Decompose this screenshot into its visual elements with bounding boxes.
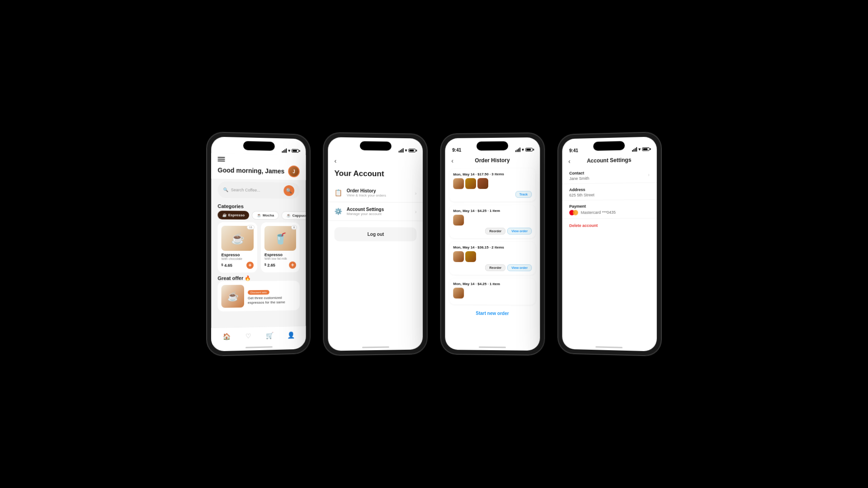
order-thumb-3a [453,251,464,262]
dynamic-island-4 [593,141,625,151]
start-new-order-btn[interactable]: Start new order [449,308,535,319]
product-price-2: $ 2.65 [264,263,275,267]
order-actions-2: Reorder View order [453,228,532,235]
settings-screen-title: Account Settings [587,157,631,164]
order-thumb-1c [477,178,488,189]
reorder-button-3[interactable]: Reorder [486,264,506,271]
wifi-icon-4: ▾ [638,147,641,151]
view-order-button-3[interactable]: View order [507,264,532,271]
order-images-3 [453,251,532,262]
account-settings-sublabel: Manage your account [347,212,410,216]
battery-icon-3 [525,148,533,151]
phone2-wrapper: ▾ ‹ Your Account 📋 Order History [324,133,428,355]
product-badge-1: 11 [247,225,255,230]
reorder-button-2[interactable]: Reorder [486,228,506,235]
order-item-4: Mon, May 14 · $4.25 · 1 item [449,278,535,305]
search-bar[interactable]: 🔍 Search Coffee... 🔍 [217,182,299,199]
search-placeholder: Search Coffee... [231,188,260,192]
battery-icon-2 [409,149,416,152]
cappuccino-icon: ☕ [287,213,291,217]
great-offer-card[interactable]: ☕ Discount sets Get three customized esp… [217,281,299,311]
add-btn-2[interactable]: + [289,262,296,269]
dynamic-island-2 [360,141,392,150]
phone4-content: ‹ Account Settings Contact Jane Smith › [562,153,657,345]
address-value: 625 5th Street [569,192,649,197]
order-thumb-1b [465,178,476,189]
avatar[interactable]: J [288,165,299,177]
add-btn-1[interactable]: + [246,262,254,269]
offer-image: ☕ [222,285,244,308]
back-button-4[interactable]: ‹ [568,158,571,165]
product-image-2: 🥤 [264,226,296,251]
back-button-2[interactable]: ‹ [335,157,337,164]
your-account-title: Your Account [328,167,423,184]
chevron-icon-1: › [415,191,416,196]
espresso-label: Espresso [228,213,245,217]
status-icons-1: ▾ [282,148,299,153]
settings-icon: ⚙️ [335,208,342,215]
greeting-text: Good morning, James [217,166,284,175]
battery-icon-1 [292,149,299,153]
phone3-content: ‹ Order History Mon, May 14 · $17.50 · 3… [445,154,540,344]
product-name-1: Espresso [222,253,254,257]
track-button-1[interactable]: Track [515,191,532,198]
status-icons-4: ▾ [632,147,649,152]
wifi-icon-1: ▾ [288,148,290,153]
product-image-1: ☕ [222,226,254,251]
category-cappuccino[interactable]: ☕ Cappuccino [282,211,306,220]
order-item-3: Mon, May 14 · $36.15 · 2 items Reorder V… [449,242,535,275]
offer-text: Get three customized espressos for the s… [248,296,296,305]
contact-content: Contact Jane Smith [569,171,589,181]
contact-section: Contact Jane Smith › [562,166,657,184]
order-item-1: Mon, May 14 · $17.50 · 3 items Track [449,168,535,202]
signal-icon-1 [282,148,287,153]
nav-home[interactable]: 🏠 [220,329,233,343]
phone2-content: ‹ Your Account 📋 Order History View & tr… [328,154,423,345]
products-grid: 11 ☕ Espresso With chocolate $ 4.65 + [211,222,306,272]
contact-row[interactable]: Contact Jane Smith › [569,169,649,181]
payment-value: Mastercard ***0435 [581,210,616,215]
logout-button[interactable]: Log out [335,227,417,241]
order-date-3: Mon, May 14 · $36.15 · 2 items [453,245,532,249]
greeting-row: Good morning, James J [217,164,299,177]
nav-profile[interactable]: 👤 [284,328,297,342]
order-history-screen-title: Order History [475,157,509,164]
phone1-screen: ▾ Good morning, James J [211,136,306,351]
product-card-1[interactable]: 11 ☕ Espresso With chocolate $ 4.65 + [217,222,257,273]
home-indicator-3 [445,343,540,351]
order-thumb-1a [453,178,464,189]
category-mocha[interactable]: ☕ Mocha [252,211,279,220]
back-button-3[interactable]: ‹ [451,157,453,164]
order-history-menu[interactable]: 📋 Order History View & track your orders… [328,183,423,203]
phone3-screen: 9:41 ▾ ‹ Order History [445,137,540,351]
espresso-icon: ☕ [222,213,227,217]
contact-value: Jane Smith [569,176,589,181]
category-espresso[interactable]: ☕ Espresso [217,211,249,220]
product-price-row-1: $ 4.65 + [222,262,254,269]
delete-account-btn[interactable]: Delete account [562,218,657,232]
account-settings-label: Account Settings [347,207,410,212]
contact-label: Contact [569,171,589,176]
order-thumb-2a [453,215,464,225]
phone3: 9:41 ▾ ‹ Order History [441,133,545,355]
account-settings-menu[interactable]: ⚙️ Account Settings Manage your account … [328,202,423,221]
nav-cart[interactable]: 🛒 [263,328,277,343]
phone2: ▾ ‹ Your Account 📋 Order History [323,132,427,356]
home-header: Good morning, James J [211,153,306,180]
order-thumb-4a [453,288,464,299]
status-time-4: 9:41 [569,148,578,153]
battery-icon-4 [642,147,649,151]
order-actions-3: Reorder View order [453,264,532,271]
view-order-button-2[interactable]: View order [507,228,532,235]
dynamic-island-3 [476,141,508,151]
product-desc-1: With chocolate [222,257,254,260]
status-time-3: 9:41 [452,148,461,153]
order-history-sublabel: View & track your orders [347,193,410,198]
phones-container: ▾ Good morning, James J [207,133,661,355]
nav-favorites[interactable]: ♡ [241,329,255,343]
search-submit[interactable]: 🔍 [283,185,294,196]
product-card-2[interactable]: 8 🥤 Espresso With low fat milk $ 2.65 + [261,222,300,272]
order-date-1: Mon, May 14 · $17.50 · 3 items [453,172,532,176]
hamburger-menu[interactable] [217,157,299,163]
product-name-2: Espresso [264,253,296,257]
